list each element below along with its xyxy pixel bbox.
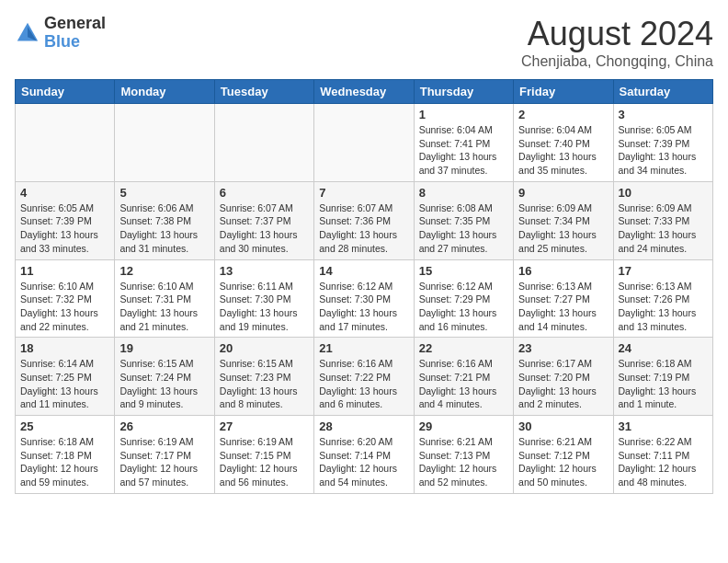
calendar-day-cell [115, 104, 214, 182]
calendar-day-cell: 13Sunrise: 6:11 AM Sunset: 7:30 PM Dayli… [214, 259, 313, 338]
logo-icon [15, 20, 40, 46]
calendar-day-cell: 25Sunrise: 6:18 AM Sunset: 7:18 PM Dayli… [16, 416, 115, 494]
day-number: 13 [220, 264, 309, 278]
calendar-day-cell: 17Sunrise: 6:13 AM Sunset: 7:26 PM Dayli… [613, 259, 712, 338]
day-info: Sunrise: 6:12 AM Sunset: 7:30 PM Dayligh… [319, 280, 408, 334]
calendar-week-row: 25Sunrise: 6:18 AM Sunset: 7:18 PM Dayli… [16, 416, 713, 494]
day-info: Sunrise: 6:10 AM Sunset: 7:31 PM Dayligh… [119, 280, 209, 334]
calendar-day-cell: 31Sunrise: 6:22 AM Sunset: 7:11 PM Dayli… [613, 416, 712, 494]
day-number: 21 [319, 341, 408, 355]
day-number: 8 [419, 186, 508, 200]
day-info: Sunrise: 6:21 AM Sunset: 7:12 PM Dayligh… [518, 435, 608, 489]
day-number: 29 [419, 419, 508, 433]
day-number: 10 [619, 186, 708, 200]
day-of-week-header: Wednesday [314, 80, 414, 104]
location-subtitle: Chenjiaba, Chongqing, China [521, 53, 713, 70]
day-number: 12 [119, 264, 209, 278]
day-info: Sunrise: 6:14 AM Sunset: 7:25 PM Dayligh… [20, 357, 109, 411]
calendar-day-cell: 18Sunrise: 6:14 AM Sunset: 7:25 PM Dayli… [16, 338, 115, 416]
calendar-day-cell: 24Sunrise: 6:18 AM Sunset: 7:19 PM Dayli… [613, 338, 712, 416]
month-year-title: August 2024 [521, 15, 713, 53]
day-number: 16 [518, 264, 608, 278]
day-number: 3 [619, 108, 708, 121]
day-number: 28 [319, 419, 408, 433]
day-info: Sunrise: 6:22 AM Sunset: 7:11 PM Dayligh… [619, 435, 708, 489]
calendar-day-cell: 19Sunrise: 6:15 AM Sunset: 7:24 PM Dayli… [115, 338, 214, 416]
day-number: 23 [518, 341, 608, 355]
day-info: Sunrise: 6:21 AM Sunset: 7:13 PM Dayligh… [419, 435, 508, 489]
day-number: 7 [319, 186, 408, 200]
calendar-day-cell [214, 104, 313, 182]
day-of-week-header: Tuesday [214, 80, 313, 104]
day-info: Sunrise: 6:04 AM Sunset: 7:40 PM Dayligh… [518, 123, 608, 178]
day-number: 19 [119, 341, 209, 355]
day-of-week-header: Sunday [16, 80, 115, 104]
day-info: Sunrise: 6:15 AM Sunset: 7:24 PM Dayligh… [119, 357, 209, 411]
day-info: Sunrise: 6:04 AM Sunset: 7:41 PM Dayligh… [419, 123, 508, 178]
day-info: Sunrise: 6:05 AM Sunset: 7:39 PM Dayligh… [619, 123, 708, 178]
calendar-day-cell: 1Sunrise: 6:04 AM Sunset: 7:41 PM Daylig… [414, 104, 513, 182]
day-number: 6 [220, 186, 309, 200]
day-of-week-header: Thursday [414, 80, 513, 104]
page-header: General Blue August 2024 Chenjiaba, Chon… [15, 15, 713, 70]
day-number: 27 [220, 419, 309, 433]
calendar-day-cell: 5Sunrise: 6:06 AM Sunset: 7:38 PM Daylig… [115, 181, 214, 259]
calendar-header: SundayMondayTuesdayWednesdayThursdayFrid… [16, 80, 713, 104]
day-number: 14 [319, 264, 408, 278]
calendar-day-cell: 21Sunrise: 6:16 AM Sunset: 7:22 PM Dayli… [314, 338, 414, 416]
day-number: 31 [619, 419, 708, 433]
day-info: Sunrise: 6:07 AM Sunset: 7:36 PM Dayligh… [319, 201, 408, 256]
day-of-week-header: Monday [115, 80, 214, 104]
day-info: Sunrise: 6:09 AM Sunset: 7:34 PM Dayligh… [518, 201, 608, 256]
day-info: Sunrise: 6:13 AM Sunset: 7:27 PM Dayligh… [518, 280, 608, 334]
day-number: 1 [419, 108, 508, 121]
day-number: 9 [518, 186, 608, 200]
calendar-day-cell: 3Sunrise: 6:05 AM Sunset: 7:39 PM Daylig… [613, 104, 712, 182]
day-info: Sunrise: 6:12 AM Sunset: 7:29 PM Dayligh… [419, 280, 508, 334]
calendar-day-cell [314, 104, 414, 182]
calendar-day-cell: 6Sunrise: 6:07 AM Sunset: 7:37 PM Daylig… [214, 181, 313, 259]
day-info: Sunrise: 6:10 AM Sunset: 7:32 PM Dayligh… [20, 280, 109, 334]
day-info: Sunrise: 6:18 AM Sunset: 7:18 PM Dayligh… [20, 435, 109, 489]
day-info: Sunrise: 6:09 AM Sunset: 7:33 PM Dayligh… [619, 201, 708, 256]
day-number: 30 [518, 419, 608, 433]
calendar-table: SundayMondayTuesdayWednesdayThursdayFrid… [15, 79, 713, 494]
calendar-week-row: 1Sunrise: 6:04 AM Sunset: 7:41 PM Daylig… [16, 104, 713, 182]
calendar-day-cell: 20Sunrise: 6:15 AM Sunset: 7:23 PM Dayli… [214, 338, 313, 416]
day-info: Sunrise: 6:05 AM Sunset: 7:39 PM Dayligh… [20, 201, 109, 256]
day-number: 18 [20, 341, 109, 355]
day-info: Sunrise: 6:08 AM Sunset: 7:35 PM Dayligh… [419, 201, 508, 256]
calendar-day-cell: 23Sunrise: 6:17 AM Sunset: 7:20 PM Dayli… [514, 338, 613, 416]
logo-text: General Blue [44, 15, 106, 52]
calendar-day-cell: 16Sunrise: 6:13 AM Sunset: 7:27 PM Dayli… [514, 259, 613, 338]
day-info: Sunrise: 6:19 AM Sunset: 7:17 PM Dayligh… [119, 435, 209, 489]
day-number: 11 [20, 264, 109, 278]
day-info: Sunrise: 6:18 AM Sunset: 7:19 PM Dayligh… [619, 357, 708, 411]
logo: General Blue [15, 15, 106, 52]
calendar-day-cell: 14Sunrise: 6:12 AM Sunset: 7:30 PM Dayli… [314, 259, 414, 338]
calendar-day-cell: 28Sunrise: 6:20 AM Sunset: 7:14 PM Dayli… [314, 416, 414, 494]
day-number: 15 [419, 264, 508, 278]
calendar-day-cell [16, 104, 115, 182]
day-of-week-header: Friday [514, 80, 613, 104]
day-number: 17 [619, 264, 708, 278]
day-number: 25 [20, 419, 109, 433]
days-of-week-row: SundayMondayTuesdayWednesdayThursdayFrid… [16, 80, 713, 104]
day-info: Sunrise: 6:17 AM Sunset: 7:20 PM Dayligh… [518, 357, 608, 411]
title-block: August 2024 Chenjiaba, Chongqing, China [521, 15, 713, 70]
day-number: 24 [619, 341, 708, 355]
calendar-day-cell: 29Sunrise: 6:21 AM Sunset: 7:13 PM Dayli… [414, 416, 513, 494]
day-info: Sunrise: 6:07 AM Sunset: 7:37 PM Dayligh… [220, 201, 309, 256]
day-number: 22 [419, 341, 508, 355]
calendar-day-cell: 22Sunrise: 6:16 AM Sunset: 7:21 PM Dayli… [414, 338, 513, 416]
calendar-day-cell: 2Sunrise: 6:04 AM Sunset: 7:40 PM Daylig… [514, 104, 613, 182]
day-number: 26 [119, 419, 209, 433]
day-info: Sunrise: 6:16 AM Sunset: 7:22 PM Dayligh… [319, 357, 408, 411]
day-info: Sunrise: 6:13 AM Sunset: 7:26 PM Dayligh… [619, 280, 708, 334]
calendar-day-cell: 4Sunrise: 6:05 AM Sunset: 7:39 PM Daylig… [16, 181, 115, 259]
calendar-day-cell: 26Sunrise: 6:19 AM Sunset: 7:17 PM Dayli… [115, 416, 214, 494]
calendar-week-row: 4Sunrise: 6:05 AM Sunset: 7:39 PM Daylig… [16, 181, 713, 259]
calendar-day-cell: 10Sunrise: 6:09 AM Sunset: 7:33 PM Dayli… [613, 181, 712, 259]
calendar-day-cell: 8Sunrise: 6:08 AM Sunset: 7:35 PM Daylig… [414, 181, 513, 259]
day-number: 4 [20, 186, 109, 200]
